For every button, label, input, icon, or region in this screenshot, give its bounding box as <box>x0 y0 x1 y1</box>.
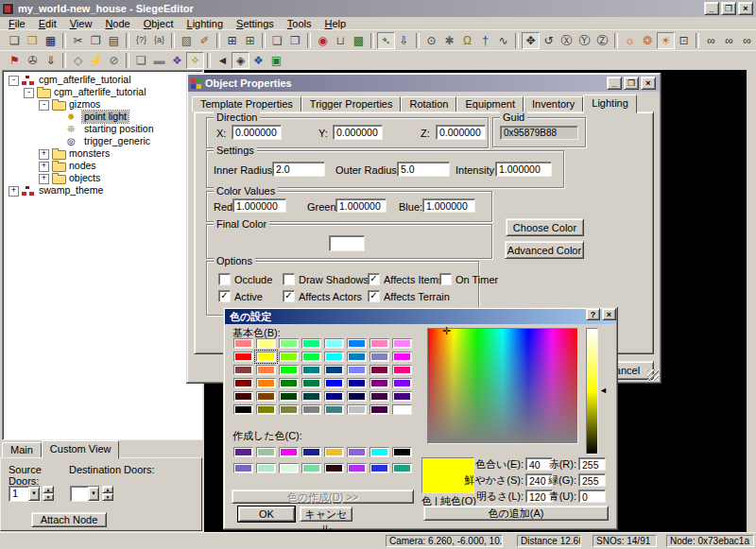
checkbox-active[interactable]: ✓ <box>218 290 231 302</box>
color-dialog-titlebar[interactable]: 色の設定 <box>225 309 616 324</box>
basic-color-swatch[interactable] <box>324 378 344 388</box>
tree-item-label[interactable]: point light <box>82 111 129 123</box>
source-spin-up-icon[interactable]: ▲ <box>43 486 54 493</box>
new-file-button[interactable]: ❏ <box>6 32 24 49</box>
light-region-button[interactable]: ❂ <box>639 32 657 49</box>
tree-item-nodes[interactable]: +nodes <box>3 160 202 172</box>
menu-edit[interactable]: Edit <box>32 18 63 30</box>
tree-item-cgm-afterlife-tutorial[interactable]: -cgm_afterlife_tutorial <box>3 86 202 98</box>
basic-color-swatch[interactable] <box>279 378 299 388</box>
hue-sat-marker-icon[interactable]: ✛ <box>442 326 451 336</box>
red-value-input[interactable]: 255 <box>578 457 606 471</box>
pick-settings-button[interactable]: ✱ <box>440 32 458 49</box>
open-folder-button[interactable]: ❒ <box>24 32 42 49</box>
menu-object[interactable]: Object <box>137 18 180 30</box>
custom-color-swatch[interactable] <box>347 447 367 457</box>
collapse-icon[interactable]: - <box>9 76 19 86</box>
custom-color-swatch[interactable] <box>392 447 412 457</box>
save-button[interactable]: ▦ <box>42 32 60 49</box>
basic-color-swatch[interactable] <box>256 352 276 362</box>
basic-color-swatch[interactable] <box>347 338 367 349</box>
tree-item-starting-position[interactable]: ❊starting position <box>3 123 202 135</box>
luminance-arrow-icon[interactable]: ◄ <box>599 386 608 395</box>
choose-color-button[interactable]: Choose Color <box>506 218 584 236</box>
attach-node-button[interactable]: Attach Node <box>31 512 107 527</box>
luminance-slider[interactable] <box>586 328 598 455</box>
tree-item-point-light[interactable]: ✹point light <box>3 111 202 123</box>
sheet-tool-button[interactable]: ❏ <box>132 52 150 69</box>
properties-tab-equipment[interactable]: Equipment <box>456 96 524 112</box>
menu-help[interactable]: Help <box>318 18 353 30</box>
collapse-icon[interactable]: - <box>39 100 49 111</box>
ok-button[interactable]: OK <box>238 506 295 522</box>
tree-item-swamp-theme[interactable]: +swamp_theme <box>3 184 202 197</box>
basic-color-swatch[interactable] <box>392 365 412 375</box>
menu-settings[interactable]: Settings <box>230 18 281 30</box>
source-doors-dropdown-icon[interactable]: ▼ <box>28 487 40 501</box>
object-window-button[interactable]: ⊞ <box>241 32 259 49</box>
basic-color-swatch[interactable] <box>392 391 412 402</box>
green-input[interactable]: 1.000000 <box>335 198 387 213</box>
custom-color-swatch[interactable] <box>256 447 276 457</box>
outer-radius-input[interactable]: 5.0 <box>397 162 450 177</box>
checkbox-affects-terrain[interactable]: ✓ <box>368 290 380 302</box>
basic-color-swatch[interactable] <box>256 391 276 402</box>
basic-color-swatch[interactable] <box>347 378 367 388</box>
expand-icon[interactable]: + <box>39 149 49 160</box>
basic-color-swatch[interactable] <box>233 391 253 402</box>
direction-x-input[interactable]: 0.000000 <box>232 125 282 140</box>
restore-button[interactable]: ❐ <box>721 2 736 15</box>
select-tool-button[interactable]: ➴ <box>377 32 395 49</box>
properties-tab-lighting[interactable]: Lighting <box>583 94 637 113</box>
custom-color-swatch[interactable] <box>301 447 321 457</box>
basic-color-swatch[interactable] <box>256 404 276 415</box>
basic-color-swatch[interactable] <box>301 365 321 375</box>
weapon-button[interactable]: † <box>476 32 494 49</box>
minimize-button[interactable]: _ <box>704 2 719 15</box>
custom-color-swatch[interactable] <box>369 447 389 457</box>
basic-color-swatch[interactable] <box>233 404 253 415</box>
basic-color-swatch[interactable] <box>392 338 412 349</box>
lock-y-button[interactable]: Ⓨ <box>576 32 593 49</box>
resize-grip[interactable] <box>647 369 659 381</box>
collapse-icon[interactable]: - <box>24 88 34 98</box>
tree-item-label[interactable]: cgm_afterlife_tutorial <box>52 86 147 98</box>
basic-color-swatch[interactable] <box>392 352 412 362</box>
cut-button[interactable]: ✂ <box>69 32 87 49</box>
help-button[interactable]: ? <box>586 308 600 320</box>
blue-input[interactable]: 1.000000 <box>422 198 475 213</box>
basic-color-swatch[interactable] <box>369 338 389 349</box>
properties-tab-rotation[interactable]: Rotation <box>401 96 456 112</box>
basic-color-swatch[interactable] <box>324 365 344 375</box>
rotate-tool-button[interactable]: ↺ <box>540 32 558 49</box>
paste-button[interactable]: ▤ <box>105 32 123 49</box>
inner-radius-input[interactable]: 2.0 <box>272 162 325 177</box>
tree-item-label[interactable]: starting position <box>82 123 156 135</box>
basic-color-swatch[interactable] <box>347 352 367 362</box>
custom-color-swatch[interactable] <box>301 463 321 473</box>
lock-z-button[interactable]: Ⓩ <box>593 32 611 49</box>
dialog-close-button[interactable]: × <box>641 77 656 90</box>
blue-value-input[interactable]: 0 <box>578 489 606 503</box>
direction-z-input[interactable]: 0.000000 <box>436 125 486 140</box>
lasso-button[interactable]: ∿ <box>494 32 512 49</box>
paint-brush-button[interactable]: ✐ <box>196 32 214 49</box>
basic-color-swatch[interactable] <box>369 391 389 402</box>
basic-color-swatch[interactable] <box>279 338 299 349</box>
source-spin-down-icon[interactable]: ▼ <box>43 493 54 501</box>
view-tab-main[interactable]: Main <box>2 442 42 458</box>
sun-lighting-button[interactable]: ☼ <box>621 32 639 49</box>
template-edit-button[interactable]: {a} <box>150 32 168 49</box>
custom-color-swatch[interactable] <box>369 463 389 473</box>
object-properties-titlebar[interactable]: Object Properties <box>188 75 660 92</box>
green-node-box-button[interactable]: ▣ <box>267 52 285 69</box>
bulb-tool-button[interactable]: ✧ <box>186 52 204 69</box>
basic-color-swatch[interactable] <box>369 378 389 388</box>
close-button[interactable]: × <box>738 2 753 15</box>
diamond-tool-button[interactable]: ◇ <box>69 52 87 69</box>
slash-tool-button[interactable]: ⊘ <box>105 52 123 69</box>
basic-color-swatch[interactable] <box>233 352 253 362</box>
red-input[interactable]: 1.000000 <box>232 198 286 213</box>
tree-item-label[interactable]: nodes <box>67 160 98 172</box>
properties-tab-trigger-properties[interactable]: Trigger Properties <box>301 96 402 112</box>
